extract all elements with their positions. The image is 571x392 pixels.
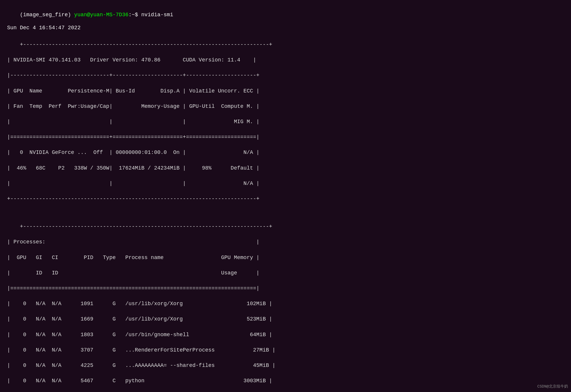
gpu-row3: | | | N/A | [7, 180, 259, 186]
proc-label: | Processes: | [7, 239, 259, 245]
smi-border-bottom: +---------------------------------------… [7, 196, 259, 202]
proc-col-header2: | ID ID Usage | [7, 270, 259, 276]
border-top: +---------------------------------------… [20, 42, 272, 48]
command-text: nvidia-smi [138, 12, 173, 18]
processes-output: +---------------------------------------… [7, 215, 564, 392]
env-name: (image_seg_fire) [20, 12, 71, 18]
gpu-row1: | 0 NVIDIA GeForce ... Off | 00000000:01… [7, 149, 259, 155]
proc-col-header1: | GPU GI CI PID Type Process name GPU Me… [7, 255, 259, 261]
proc-row-4: | 0 N/A N/A 4225 G ...AAAAAAAAA= --share… [7, 362, 275, 368]
timestamp: Sun Dec 4 16:54:47 2022 [7, 25, 564, 31]
watermark: CSDN@北京纽牛奶 [537, 384, 568, 389]
smi-sep1: |-------------------------------+-------… [7, 72, 259, 78]
smi-col-header2: | Fan Temp Perf Pwr:Usage/Cap| Memory-Us… [7, 103, 259, 109]
proc-border-top: +---------------------------------------… [20, 224, 272, 230]
proc-row-5: | 0 N/A N/A 5467 C python 3003MiB | [7, 378, 272, 384]
path-indicator: :~$ [129, 12, 138, 18]
prompt-line: (image_seg_fire) yuan@yuan-MS-7D36:~$ nv… [7, 6, 564, 24]
terminal-window: (image_seg_fire) yuan@yuan-MS-7D36:~$ nv… [7, 6, 564, 392]
proc-row-3: | 0 N/A N/A 3707 G ...RendererForSitePer… [7, 347, 275, 353]
proc-row-1: | 0 N/A N/A 1669 G /usr/lib/xorg/Xorg 52… [7, 316, 272, 322]
gpu-row2: | 46% 68C P2 338W / 350W| 17624MiB / 242… [7, 165, 259, 171]
smi-version-line: | NVIDIA-SMI 470.141.03 Driver Version: … [7, 57, 256, 63]
proc-row-0: | 0 N/A N/A 1091 G /usr/lib/xorg/Xorg 10… [7, 301, 272, 307]
smi-output: +---------------------------------------… [7, 33, 564, 210]
proc-row-2: | 0 N/A N/A 1803 G /usr/bin/gnome-shell … [7, 332, 272, 338]
proc-sep: |=======================================… [7, 285, 259, 291]
smi-col-header1: | GPU Name Persistence-M| Bus-Id Disp.A … [7, 88, 259, 94]
smi-sep2: |===============================+=======… [7, 134, 259, 140]
smi-col-header3: | | | MIG M. | [7, 119, 259, 125]
user-host: yuan@yuan-MS-7D36 [71, 12, 128, 18]
